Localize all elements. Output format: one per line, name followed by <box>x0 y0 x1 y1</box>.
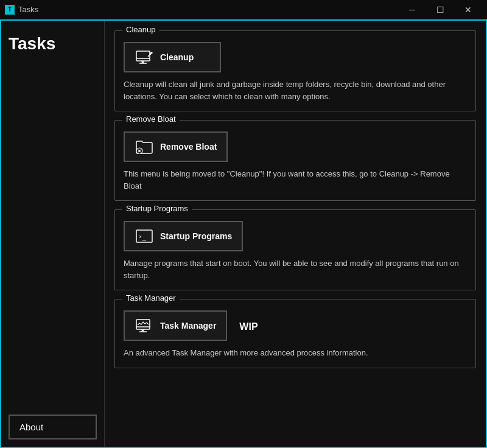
title-bar-text: Tasks <box>18 5 398 14</box>
wip-badge: WIP <box>239 321 258 332</box>
task-manager-row: Task Manager WIP <box>124 307 467 347</box>
sidebar: Tasks About <box>1 21 105 447</box>
task-manager-icon <box>135 318 154 334</box>
startup-programs-button[interactable]: ›_ Startup Programs <box>124 221 243 251</box>
remove-bloat-description: This menu is being moved to "Cleanup"! I… <box>124 168 467 192</box>
task-manager-description: An advanced Task Manager with more advan… <box>124 347 467 359</box>
cleanup-button-label: Cleanup <box>160 52 194 62</box>
title-bar: T Tasks ─ ☐ ✕ <box>0 0 487 19</box>
task-manager-section-title: Task Manager <box>122 293 180 303</box>
startup-programs-button-label: Startup Programs <box>160 231 232 241</box>
cleanup-description: Cleanup will clean all junk and garbage … <box>124 79 467 102</box>
cleanup-section-title: Cleanup <box>122 25 159 34</box>
window-controls: ─ ☐ ✕ <box>398 0 482 19</box>
cleanup-button[interactable]: Cleanup <box>124 42 221 72</box>
remove-bloat-section: Remove Bloat Remove Bloat This menu is b… <box>114 120 476 201</box>
startup-programs-section-title: Startup Programs <box>122 204 192 213</box>
startup-programs-section: Startup Programs ›_ Startup Programs Man… <box>114 209 476 290</box>
sidebar-top: Tasks <box>9 28 97 415</box>
app-icon: T <box>5 5 15 15</box>
task-manager-section: Task Manager Task Man <box>114 299 476 368</box>
close-button[interactable]: ✕ <box>454 0 482 19</box>
remove-bloat-section-title: Remove Bloat <box>122 114 180 124</box>
about-button[interactable]: About <box>9 415 97 439</box>
main-content: Cleanup Cleanup Cleanup will <box>105 21 486 447</box>
app-body: Tasks About Cleanup <box>0 19 487 448</box>
cleanup-icon <box>135 49 154 65</box>
task-manager-button[interactable]: Task Manager <box>124 310 227 341</box>
remove-bloat-icon <box>135 139 154 155</box>
startup-programs-description: Manage programs that start on boot. You … <box>124 257 467 281</box>
task-manager-button-label: Task Manager <box>160 321 216 331</box>
cleanup-section: Cleanup Cleanup Cleanup will <box>114 30 476 111</box>
startup-programs-icon: ›_ <box>135 228 154 244</box>
minimize-button[interactable]: ─ <box>398 0 426 19</box>
svg-rect-0 <box>136 51 150 61</box>
remove-bloat-button[interactable]: Remove Bloat <box>124 131 228 162</box>
svg-text:›_: ›_ <box>138 233 147 240</box>
maximize-button[interactable]: ☐ <box>426 0 454 19</box>
remove-bloat-button-label: Remove Bloat <box>160 142 217 152</box>
page-title: Tasks <box>9 28 97 54</box>
